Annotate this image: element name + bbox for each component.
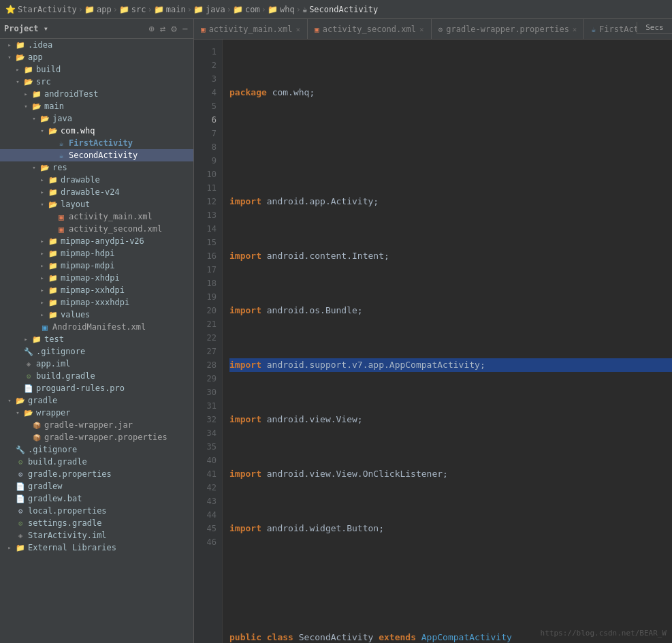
tree-label: build.gradle	[28, 457, 87, 467]
folder-open-icon: 📂	[31, 101, 42, 112]
tree-item-java[interactable]: 📂 java	[0, 112, 193, 125]
tree-item-values[interactable]: 📁 values	[0, 309, 193, 321]
tree-item-gradle[interactable]: 📂 gradle	[0, 394, 193, 407]
breadcrumb-app[interactable]: 📁 app	[84, 5, 112, 14]
sync-icon[interactable]: ⇄	[159, 22, 167, 35]
line-num-10: 10	[194, 168, 222, 181]
tree-item-gitignore[interactable]: 🔧 .gitignore	[0, 443, 193, 456]
tree-item-main[interactable]: 📂 main	[0, 100, 193, 112]
tree-label: External Libraries	[28, 543, 116, 552]
folder-icon: 📁	[233, 5, 243, 14]
tree-item-androidmanifest[interactable]: ▣ AndroidManifest.xml	[0, 321, 193, 333]
tree-item-mipmap-xxhdpi[interactable]: 📁 mipmap-xxhdpi	[0, 284, 193, 296]
line-num-42: 42	[194, 481, 222, 495]
add-icon[interactable]: ⊕	[147, 22, 155, 35]
tree-item-buildgradle[interactable]: ⚙ build.gradle	[0, 456, 193, 468]
tree-item-layout[interactable]: 📂 layout	[0, 198, 193, 210]
tree-item-gradlewrapperjar[interactable]: 📦 gradle-wrapper.jar	[0, 419, 193, 431]
line-num-45: 45	[194, 522, 222, 535]
tree-item-mipmap-xhdpi[interactable]: 📁 mipmap-xhdpi	[0, 272, 193, 284]
tree-label: app	[28, 52, 43, 62]
tree-arrow	[46, 139, 54, 147]
minimize-icon[interactable]: −	[181, 22, 189, 35]
tree-item-mipmap-hdpi[interactable]: 📁 mipmap-hdpi	[0, 247, 193, 260]
tree-label: src	[36, 77, 51, 87]
gitignore-icon: 🔧	[23, 346, 34, 357]
folder-icon: 📁	[48, 309, 59, 320]
folder-icon: 📁	[23, 64, 34, 75]
folder-icon: 📁	[48, 236, 59, 247]
code-container[interactable]: 1 2 3 4 5 6 7 8 9 10 11 12 13 14 15 16 1…	[194, 40, 672, 643]
breadcrumb-src[interactable]: 📁 src	[119, 5, 146, 14]
java-icon: ☕	[56, 138, 67, 148]
tree-item-gradleprops[interactable]: ⚙ gradle.properties	[0, 468, 193, 480]
folder-icon: 📁	[31, 334, 42, 345]
tree-item-test[interactable]: 📁 test	[0, 333, 193, 345]
tree-item-localprops[interactable]: ⚙ local.properties	[0, 505, 193, 517]
tree-item-extlibs[interactable]: 📁 External Libraries	[0, 542, 193, 554]
line-num-20: 20	[194, 304, 222, 317]
tree-item-drawable[interactable]: 📁 drawable	[0, 174, 193, 186]
tree-item-androidtest[interactable]: 📁 androidTest	[0, 88, 193, 100]
tree-item-build[interactable]: 📁 build	[0, 63, 193, 76]
tree-item-activitymainxml[interactable]: ▣ activity_main.xml	[0, 210, 193, 223]
tree-item-wrapper[interactable]: 📂 wrapper	[0, 407, 193, 419]
java-tab-icon: ☕	[591, 25, 596, 34]
tree-item-proguard[interactable]: 📄 proguard-rules.pro	[0, 382, 193, 394]
line-num-15: 15	[194, 236, 222, 249]
folder-icon: 📁	[48, 272, 59, 283]
star-icon: ⭐	[5, 5, 16, 14]
tree-item-res[interactable]: 📂 res	[0, 161, 193, 174]
folder-open-icon: 📂	[39, 162, 50, 173]
tab-close-activitysecondxml[interactable]: ×	[419, 25, 424, 34]
tree-item-buildgradle-app[interactable]: ⚙ build.gradle	[0, 370, 193, 382]
folder-open-icon: 📂	[48, 199, 59, 210]
tree-label: .gitignore	[28, 445, 77, 454]
tree-arrow	[38, 200, 46, 208]
tree-item-staractivityiml[interactable]: ◈ StarActivity.iml	[0, 529, 193, 542]
tree-label: gradlew	[28, 482, 63, 491]
tab-close-gradleprops[interactable]: ×	[573, 25, 577, 34]
tree-item-drawable-v24[interactable]: 📁 drawable-v24	[0, 186, 193, 198]
tree-item-appiml[interactable]: ◈ app.iml	[0, 358, 193, 370]
breadcrumb-com[interactable]: 📁 com	[233, 5, 260, 14]
tab-activitysecondxml[interactable]: ▣ activity_second.xml ×	[308, 19, 432, 40]
tree-item-mipmap-anydpi[interactable]: 📁 mipmap-anydpi-v26	[0, 235, 193, 247]
tree-item-gradlewbat[interactable]: 📄 gradlew.bat	[0, 492, 193, 505]
tree-item-activitysecondxml[interactable]: ▣ activity_second.xml	[0, 223, 193, 235]
tab-gradlewrapperprops[interactable]: ⚙ gradle-wrapper.properties ×	[432, 19, 585, 40]
xml-tab-icon: ▣	[315, 25, 319, 34]
tree-item-mipmap-mdpi[interactable]: 📁 mipmap-mdpi	[0, 260, 193, 272]
tab-close-activitymainxml[interactable]: ×	[295, 25, 300, 34]
tab-activitymainxml[interactable]: ▣ activity_main.xml ×	[194, 19, 308, 40]
code-line-8: import android.view.View.OnClickListener…	[229, 467, 672, 481]
tree-item-gradlew[interactable]: 📄 gradlew	[0, 480, 193, 492]
settings-icon[interactable]: ⚙	[170, 22, 178, 35]
tree-item-gitignore-app[interactable]: 🔧 .gitignore	[0, 345, 193, 358]
tree-arrow	[30, 163, 38, 172]
tree-item-firstactivity[interactable]: ☕ FirstActivity	[0, 137, 193, 149]
code-content[interactable]: package com.whq; import android.app.Acti…	[223, 40, 672, 643]
tree-item-settingsgradle[interactable]: ⚙ settings.gradle	[0, 517, 193, 529]
tree-item-secondactivity[interactable]: ☕ SecondActivity	[0, 149, 193, 161]
tree-label: activity_second.xml	[69, 224, 162, 234]
breadcrumb-secondactivity[interactable]: ☕ SecondActivity	[302, 5, 378, 14]
tree-item-comwhq[interactable]: 📂 com.whq	[0, 125, 193, 137]
tree-item-src[interactable]: 📂 src	[0, 76, 193, 88]
tree-item-gradlewrapperprops[interactable]: 📦 gradle-wrapper.properties	[0, 431, 193, 443]
tree-label: proguard-rules.pro	[36, 383, 125, 393]
tree-item-idea[interactable]: 📁 .idea	[0, 39, 193, 51]
breadcrumb-whq[interactable]: 📁 whq	[268, 5, 295, 14]
gitignore-icon: 🔧	[15, 444, 26, 455]
line-num-43: 43	[194, 495, 222, 508]
tree-arrow	[14, 78, 22, 86]
tree-label: mipmap-xxxhdpi	[61, 298, 129, 307]
breadcrumb-main[interactable]: 📁 main	[154, 5, 186, 14]
breadcrumb-java[interactable]: 📁 java	[193, 5, 225, 14]
tree-item-mipmap-xxxhdpi[interactable]: 📁 mipmap-xxxhdpi	[0, 296, 193, 309]
tree-item-app[interactable]: 📂 app	[0, 51, 193, 63]
line-num-35: 35	[194, 440, 222, 454]
line-num-41: 41	[194, 467, 222, 481]
breadcrumb-staractivity[interactable]: ⭐ StarActivity	[5, 5, 77, 14]
folder-icon: 📁	[84, 5, 95, 14]
